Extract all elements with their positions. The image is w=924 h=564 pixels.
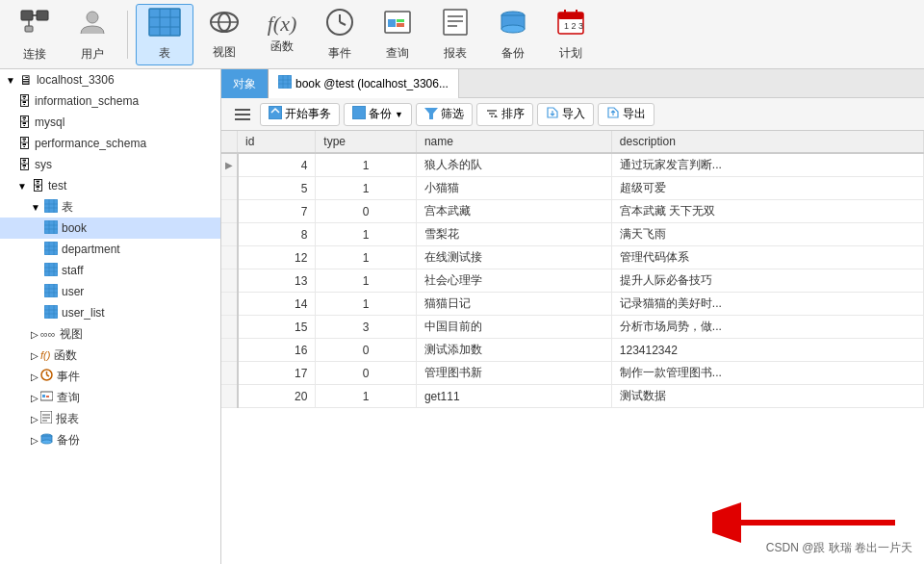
col-name[interactable]: name	[416, 131, 611, 153]
svg-rect-58	[44, 305, 58, 319]
table-row[interactable]: 131社会心理学提升人际必备技巧	[221, 269, 924, 293]
expand-icon-query: ▷	[31, 393, 38, 403]
sidebar-item-staff[interactable]: staff	[0, 260, 220, 281]
cell-name: 管理图书新	[416, 362, 611, 385]
sidebar-item-performance-schema[interactable]: 🗄 performance_schema	[0, 133, 220, 154]
row-marker	[221, 246, 238, 269]
user-icon	[77, 7, 108, 42]
table-icon-dept	[44, 242, 58, 258]
sidebar-item-mysql[interactable]: 🗄 mysql	[0, 112, 220, 133]
svg-point-75	[41, 440, 52, 444]
row-marker	[221, 316, 238, 339]
view-icon	[209, 9, 240, 40]
table-icon-staff	[44, 263, 58, 279]
sidebar-mysql-label: mysql	[35, 115, 64, 129]
toolbar-report[interactable]: 报表	[428, 4, 482, 65]
sidebar-item-test[interactable]: ▼ 🗄 test	[0, 175, 220, 196]
cell-name: 社会心理学	[416, 269, 611, 293]
sidebar-user-list-label: user_list	[62, 306, 105, 320]
cell-description: 满天飞雨	[611, 223, 923, 246]
import-btn[interactable]: 导入	[537, 103, 594, 126]
sort-btn[interactable]: 排序	[476, 103, 533, 126]
cell-description: 123412342	[611, 339, 923, 362]
cell-name: 宫本武藏	[416, 200, 611, 223]
sidebar-item-department[interactable]: department	[0, 239, 220, 260]
svg-rect-21	[444, 10, 467, 35]
svg-rect-20	[397, 19, 404, 22]
tab-object[interactable]: 对象	[221, 69, 269, 98]
action-bar: 开始事务 备份 ▼ 筛选	[221, 98, 924, 131]
sidebar-item-tables-group[interactable]: ▼ 表	[0, 196, 220, 218]
sidebar-test-label: test	[48, 179, 66, 192]
toolbar-backup[interactable]: 备份	[486, 4, 540, 65]
table-icon-user	[44, 284, 58, 300]
table-row[interactable]: 51小猫猫超级可爱	[221, 177, 924, 200]
sidebar-item-events-group[interactable]: ▷ 事件	[0, 366, 220, 387]
table-row[interactable]: 81雪梨花满天飞雨	[221, 223, 924, 246]
toolbar-connect[interactable]: 连接	[8, 4, 62, 65]
sidebar-item-localhost[interactable]: ▼ 🖥 localhost_3306	[0, 69, 220, 90]
svg-rect-43	[44, 242, 58, 255]
server-icon: 🖥	[19, 72, 33, 88]
sidebar-item-book[interactable]: book	[0, 218, 220, 239]
event-icon	[325, 8, 354, 41]
sidebar-item-backup-group[interactable]: ▷ 备份	[0, 429, 220, 450]
tab-book-icon	[278, 75, 292, 91]
sidebar-functions-label: 函数	[54, 347, 77, 364]
filter-btn[interactable]: 筛选	[416, 103, 473, 126]
export-btn[interactable]: 导出	[598, 103, 654, 126]
transaction-label: 开始事务	[285, 106, 331, 122]
sidebar-item-views-group[interactable]: ▷ ∞∞ 视图	[0, 323, 220, 345]
toolbar-backup-label: 备份	[501, 45, 525, 62]
tab-bar: 对象 book @test (localhost_3306...	[221, 69, 924, 98]
sidebar-item-query-group[interactable]: ▷ 查询	[0, 387, 220, 408]
table-row[interactable]: 70宫本武藏宫本武藏 天下无双	[221, 200, 924, 223]
toolbar-table[interactable]: 表	[136, 4, 193, 65]
table-row[interactable]: 141猫猫日记记录猫猫的美好时...	[221, 293, 924, 316]
table-row[interactable]: 201get111测试数据	[221, 385, 924, 408]
svg-marker-83	[424, 108, 438, 119]
tab-book[interactable]: book @test (localhost_3306...	[269, 69, 459, 98]
expand-icon-tables: ▼	[31, 202, 40, 213]
table-row[interactable]: 170管理图书新制作一款管理图书...	[221, 362, 924, 385]
table-icon	[148, 8, 181, 41]
toolbar-query[interactable]: 查询	[371, 4, 424, 65]
backup-btn[interactable]: 备份 ▼	[344, 103, 412, 126]
col-id[interactable]: id	[238, 131, 316, 153]
toolbar-schedule[interactable]: 1 2 3 计划	[544, 4, 598, 65]
toolbar-user[interactable]: 用户	[65, 4, 119, 65]
transaction-btn[interactable]: 开始事务	[260, 103, 340, 126]
sidebar-information-schema-label: information_schema	[35, 94, 139, 108]
cell-type: 1	[316, 293, 417, 316]
table-row[interactable]: 153中国目前的分析市场局势，做...	[221, 316, 924, 339]
backup-dropdown-icon: ▼	[395, 110, 403, 119]
hamburger-menu[interactable]	[229, 105, 256, 124]
expand-icon-events: ▷	[31, 372, 38, 382]
cell-id: 14	[238, 293, 316, 316]
sidebar-item-information-schema[interactable]: 🗄 information_schema	[0, 90, 220, 112]
table-row[interactable]: ▶41狼人杀的队通过玩家发言判断...	[221, 153, 924, 177]
sidebar-localhost-label: localhost_3306	[37, 73, 115, 87]
cell-name: 狼人杀的队	[416, 153, 611, 177]
sidebar-item-report-group[interactable]: ▷ 报表	[0, 408, 220, 429]
table-group-icon	[44, 199, 58, 216]
sidebar-item-sys[interactable]: 🗄 sys	[0, 154, 220, 175]
query-group-icon	[40, 390, 53, 405]
toolbar-view[interactable]: 视图	[197, 4, 251, 65]
sidebar-item-functions-group[interactable]: ▷ f() 函数	[0, 345, 220, 366]
svg-point-5	[87, 12, 98, 23]
cell-id: 17	[238, 362, 316, 385]
db-icon-4: 🗄	[17, 157, 31, 172]
cell-type: 1	[316, 177, 417, 200]
table-row[interactable]: 121在线测试接管理代码体系	[221, 246, 924, 269]
table-row[interactable]: 160测试添加数123412342	[221, 339, 924, 362]
toolbar-event[interactable]: 事件	[313, 4, 367, 65]
col-description[interactable]: description	[611, 131, 923, 153]
col-type[interactable]: type	[316, 131, 417, 153]
cell-id: 8	[238, 223, 316, 246]
sort-label: 排序	[501, 106, 525, 122]
sidebar-item-user-list[interactable]: user_list	[0, 302, 220, 323]
db-icon-1: 🗄	[17, 93, 31, 109]
sidebar-item-user[interactable]: user	[0, 281, 220, 302]
toolbar-function[interactable]: f(x) 函数	[255, 4, 309, 65]
